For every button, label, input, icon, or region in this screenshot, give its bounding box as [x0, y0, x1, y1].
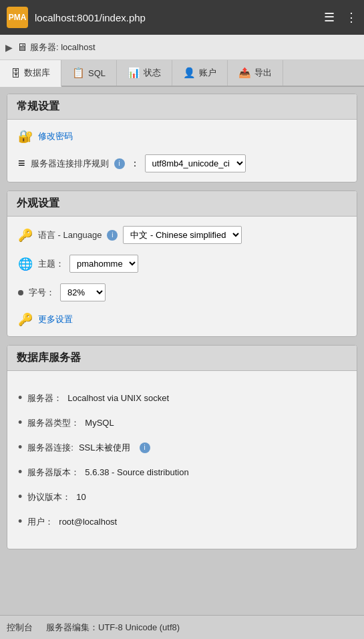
- server-host-label: 服务器：: [27, 392, 62, 404]
- databases-tab-label: 数据库: [24, 67, 50, 79]
- collation-row: ≡ 服务器连接排序规则 i ： utf8mb4_unicode_ci utf8_…: [18, 154, 346, 172]
- tab-export[interactable]: 📤 导出: [228, 60, 283, 86]
- protocol-version-value: 10: [76, 492, 85, 502]
- sql-tab-label: SQL: [88, 68, 106, 78]
- server-type-label: 服务器类型：: [27, 417, 79, 429]
- appearance-settings-body: 🔑 语言 - Language i 中文 - Chinese simplifie…: [7, 217, 357, 336]
- control-bar-label[interactable]: 控制台: [7, 622, 33, 634]
- tab-accounts[interactable]: 👤 账户: [172, 60, 228, 86]
- server-connection-info-icon[interactable]: i: [140, 442, 150, 453]
- font-size-select[interactable]: 82% 90% 100% 110%: [60, 283, 106, 301]
- theme-select[interactable]: pmahomme original: [69, 255, 138, 273]
- collation-info-icon[interactable]: i: [114, 158, 125, 169]
- change-password-row: 🔐 修改密码: [18, 129, 346, 144]
- change-password-link[interactable]: 修改密码: [38, 130, 73, 142]
- appearance-settings-title: 外观设置: [17, 197, 59, 209]
- general-settings-header: 常规设置: [7, 94, 357, 120]
- server-connection-item: 服务器连接: SSL未被使用 i: [18, 435, 346, 460]
- browser-action-icons: ☰ ⋮: [324, 10, 357, 25]
- change-password-icon: 🔐: [18, 129, 33, 144]
- general-settings-section: 常规设置 🔐 修改密码 ≡ 服务器连接排序规则 i ： utf8mb4_unic…: [7, 94, 357, 182]
- more-settings-row: 🔑 更多设置: [18, 312, 346, 327]
- server-host-value: Localhost via UNIX socket: [67, 393, 169, 403]
- db-server-body: 服务器： Localhost via UNIX socket 服务器类型： My…: [7, 371, 357, 549]
- export-tab-icon: 📤: [238, 67, 251, 79]
- control-bar: 控制台 服务器编集：UTF-8 Unicode (utf8): [0, 615, 364, 639]
- more-options-icon[interactable]: ⋮: [345, 10, 357, 25]
- nav-bar: ▶ 🖥 服务器: localhost: [0, 35, 364, 60]
- control-bar-next: 服务器编集：UTF-8 Unicode (utf8): [46, 622, 180, 634]
- general-settings-title: 常规设置: [17, 100, 59, 112]
- status-tab-icon: 📊: [128, 67, 140, 79]
- tab-sql[interactable]: 📋 SQL: [61, 60, 117, 86]
- appearance-settings-header: 外观设置: [7, 191, 357, 217]
- protocol-version-item: 协议版本： 10: [18, 485, 346, 509]
- server-nav-item[interactable]: 🖥 服务器: localhost: [17, 41, 96, 53]
- font-size-row: 字号： 82% 90% 100% 110%: [18, 283, 346, 301]
- general-settings-body: 🔐 修改密码 ≡ 服务器连接排序规则 i ： utf8mb4_unicode_c…: [7, 120, 357, 182]
- theme-icon: 🌐: [18, 257, 33, 271]
- appearance-settings-section: 外观设置 🔑 语言 - Language i 中文 - Chinese simp…: [7, 190, 357, 337]
- language-label: 语言 - Language: [38, 229, 102, 241]
- db-server-section: 数据库服务器 服务器： Localhost via UNIX socket 服务…: [7, 345, 357, 549]
- user-item: 用户： root@localhost: [18, 509, 346, 534]
- server-version-label: 服务器版本：: [27, 467, 79, 479]
- language-row: 🔑 语言 - Language i 中文 - Chinese simplifie…: [18, 226, 346, 244]
- user-label: 用户：: [27, 516, 53, 528]
- language-info-icon[interactable]: i: [107, 230, 118, 241]
- address-bar[interactable]: localhost:8001/index.php: [35, 12, 317, 23]
- main-content: 常规设置 🔐 修改密码 ≡ 服务器连接排序规则 i ： utf8mb4_unic…: [0, 87, 364, 622]
- url-text: localhost:8001/index.php: [35, 12, 146, 23]
- logo-text: PMA: [9, 13, 27, 22]
- nav-arrow[interactable]: ▶: [5, 42, 13, 53]
- export-tab-label: 导出: [254, 67, 272, 79]
- tab-databases[interactable]: 🗄 数据库: [0, 60, 61, 87]
- server-type-value: MySQL: [85, 418, 114, 428]
- db-server-list: 服务器： Localhost via UNIX socket 服务器类型： My…: [18, 380, 346, 539]
- server-label: 服务器: localhost: [30, 41, 96, 53]
- server-icon: 🖥: [17, 41, 27, 53]
- server-version-value: 5.6.38 - Source distribution: [85, 467, 188, 477]
- status-tab-label: 状态: [144, 67, 161, 79]
- accounts-tab-icon: 👤: [183, 67, 196, 79]
- theme-label: 主题：: [38, 258, 64, 270]
- db-server-header: 数据库服务器: [7, 346, 357, 371]
- collation-label: 服务器连接排序规则: [31, 158, 109, 170]
- accounts-tab-label: 账户: [199, 67, 216, 79]
- language-select[interactable]: 中文 - Chinese simplified English 日本語 Fran…: [123, 226, 242, 244]
- server-type-item: 服务器类型： MySQL: [18, 410, 346, 435]
- more-settings-icon: 🔑: [18, 312, 33, 327]
- server-connection-label: 服务器连接:: [27, 442, 73, 454]
- theme-row: 🌐 主题： pmahomme original: [18, 255, 346, 273]
- server-host-item: 服务器： Localhost via UNIX socket: [18, 386, 346, 410]
- databases-tab-icon: 🗄: [11, 68, 21, 79]
- protocol-version-label: 协议版本：: [27, 491, 71, 503]
- tab-bar: 🗄 数据库 📋 SQL 📊 状态 👤 账户 📤 导出: [0, 60, 364, 87]
- font-label: 字号：: [29, 287, 55, 299]
- pma-logo: PMA: [7, 7, 28, 28]
- font-bullet: [18, 290, 23, 295]
- collation-icon: ≡: [18, 156, 25, 170]
- menu-icon[interactable]: ☰: [324, 10, 335, 25]
- user-value: root@localhost: [59, 517, 117, 527]
- collation-select[interactable]: utf8mb4_unicode_ci utf8_general_ci latin…: [145, 154, 246, 172]
- language-icon: 🔑: [18, 228, 33, 243]
- server-version-item: 服务器版本： 5.6.38 - Source distribution: [18, 460, 346, 485]
- tab-status[interactable]: 📊 状态: [117, 60, 172, 86]
- sql-tab-icon: 📋: [72, 67, 85, 79]
- db-server-title: 数据库服务器: [17, 352, 81, 363]
- browser-bar: PMA localhost:8001/index.php ☰ ⋮: [0, 0, 364, 35]
- server-connection-value: SSL未被使用: [79, 442, 130, 454]
- collation-separator: ：: [130, 158, 140, 170]
- more-settings-link[interactable]: 更多设置: [38, 313, 73, 326]
